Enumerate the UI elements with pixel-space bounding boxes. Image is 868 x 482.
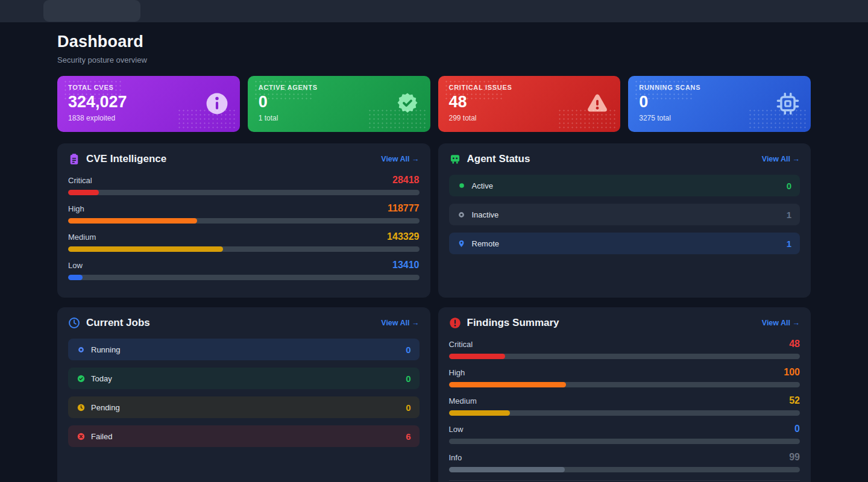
alert-circle-icon: [449, 317, 461, 329]
cve-row-high: High118777: [68, 203, 420, 224]
clock-mini-icon: [77, 403, 85, 412]
cve-metric-list: Critical28418High118777Medium143329Low13…: [68, 175, 420, 280]
severity-label: Low: [449, 425, 464, 434]
stat-card-running-scans[interactable]: RUNNING SCANS03275 total: [628, 76, 811, 132]
findings-summary-title: Findings Summary: [467, 317, 762, 329]
findings-view-all-link[interactable]: View All →: [762, 319, 800, 327]
status-count: 6: [406, 431, 410, 442]
job-row-pending[interactable]: Pending0: [68, 396, 420, 418]
status-count: 1: [787, 239, 791, 249]
progress-fill: [449, 467, 565, 472]
divider: [449, 480, 800, 481]
severity-label: Low: [68, 261, 83, 270]
agent-row-inactive[interactable]: Inactive1: [449, 204, 800, 225]
job-row-today[interactable]: Today0: [68, 368, 420, 389]
panel-grid: CVE Intelligence View All → Critical2841…: [57, 143, 811, 482]
stat-label: RUNNING SCANS: [639, 84, 800, 91]
stat-subtext: 1 total: [259, 114, 420, 122]
severity-label: Info: [449, 453, 462, 462]
agent-row-active[interactable]: Active0: [449, 175, 800, 196]
stat-label: ACTIVE AGENTS: [259, 84, 420, 91]
findings-metric-list: Critical48High100Medium52Low0Info99: [449, 339, 800, 472]
severity-label: Medium: [449, 396, 477, 405]
stat-value: 324,027: [68, 93, 229, 111]
alert-triangle-icon: [586, 92, 609, 115]
gray-dot-icon: [458, 210, 466, 219]
status-label: Pending: [91, 403, 406, 412]
progress-track: [68, 190, 420, 195]
stat-subtext: 1838 exploited: [68, 114, 229, 122]
current-jobs-list: Running0Today0Pending0Failed6: [68, 339, 420, 447]
finding-row-medium: Medium52: [449, 395, 800, 416]
status-label: Remote: [472, 239, 787, 248]
cve-intelligence-title: CVE Intelligence: [86, 153, 381, 165]
status-count: 0: [406, 374, 410, 384]
x-circle-icon: [77, 432, 85, 440]
progress-fill: [449, 354, 506, 359]
status-count: 0: [406, 345, 410, 355]
severity-label: Medium: [68, 233, 96, 242]
agent-status-title: Agent Status: [467, 153, 762, 165]
severity-label: High: [449, 368, 465, 377]
progress-fill: [68, 218, 197, 224]
spinner-dot-icon: [77, 345, 85, 354]
stat-card-critical-issues[interactable]: CRITICAL ISSUES48299 total: [438, 76, 621, 132]
severity-count: 143329: [387, 231, 419, 242]
green-dot-icon: [458, 181, 466, 190]
stat-cards: TOTAL CVES324,0271838 exploitedACTIVE AG…: [57, 76, 811, 132]
status-label: Active: [472, 181, 787, 190]
severity-count: 13410: [392, 260, 420, 271]
stat-label: TOTAL CVES: [68, 84, 229, 91]
finding-row-high: High100: [449, 367, 800, 387]
progress-fill: [449, 382, 567, 387]
cve-view-all-link[interactable]: View All →: [381, 155, 419, 163]
cve-row-critical: Critical28418: [68, 175, 420, 195]
stat-value: 0: [639, 93, 800, 111]
page-subtitle: Security posture overview: [57, 55, 811, 64]
agent-status-panel: Agent Status View All → Active0Inactive1…: [438, 143, 811, 298]
cve-row-medium: Medium143329: [68, 231, 420, 252]
progress-track: [449, 410, 800, 416]
severity-count: 52: [789, 395, 800, 406]
severity-count: 48: [789, 339, 800, 349]
stat-label: CRITICAL ISSUES: [449, 84, 610, 91]
severity-count: 100: [784, 367, 800, 378]
clock-icon: [68, 317, 80, 329]
stat-value: 48: [449, 93, 610, 111]
job-row-running[interactable]: Running0: [68, 339, 420, 360]
findings-summary-panel: Findings Summary View All → Critical48Hi…: [438, 307, 811, 482]
progress-track: [449, 354, 800, 359]
stat-subtext: 299 total: [449, 114, 610, 122]
severity-label: Critical: [68, 176, 92, 185]
severity-count: 118777: [388, 203, 420, 214]
badge-check-icon: [396, 92, 419, 115]
window-tab[interactable]: [43, 0, 140, 22]
stat-value: 0: [259, 93, 420, 111]
stat-subtext: 3275 total: [639, 114, 800, 122]
status-count: 1: [787, 210, 791, 220]
dashboard-page: Dashboard Security posture overview TOTA…: [0, 22, 868, 482]
severity-count: 99: [789, 452, 800, 463]
top-bar: [0, 0, 868, 22]
stat-card-active-agents[interactable]: ACTIVE AGENTS01 total: [248, 76, 430, 132]
cve-row-low: Low13410: [68, 260, 420, 280]
progress-track: [68, 218, 420, 224]
severity-label: Critical: [449, 340, 473, 349]
job-row-failed[interactable]: Failed6: [68, 425, 420, 447]
current-jobs-panel: Current Jobs View All → Running0Today0Pe…: [57, 307, 430, 482]
status-label: Failed: [91, 432, 406, 441]
agent-row-remote[interactable]: Remote1: [449, 233, 800, 254]
progress-track: [68, 275, 420, 280]
jobs-view-all-link[interactable]: View All →: [381, 319, 419, 327]
clipboard-icon: [68, 153, 80, 165]
cve-intelligence-panel: CVE Intelligence View All → Critical2841…: [57, 143, 430, 298]
agents-view-all-link[interactable]: View All →: [762, 155, 800, 163]
status-count: 0: [787, 181, 791, 191]
status-label: Running: [91, 345, 406, 354]
severity-count: 0: [794, 424, 800, 434]
progress-track: [449, 467, 800, 472]
map-pin-icon: [458, 239, 466, 248]
stat-card-total-cves[interactable]: TOTAL CVES324,0271838 exploited: [57, 76, 240, 132]
status-count: 0: [406, 402, 410, 413]
check-circle-icon: [77, 374, 85, 383]
